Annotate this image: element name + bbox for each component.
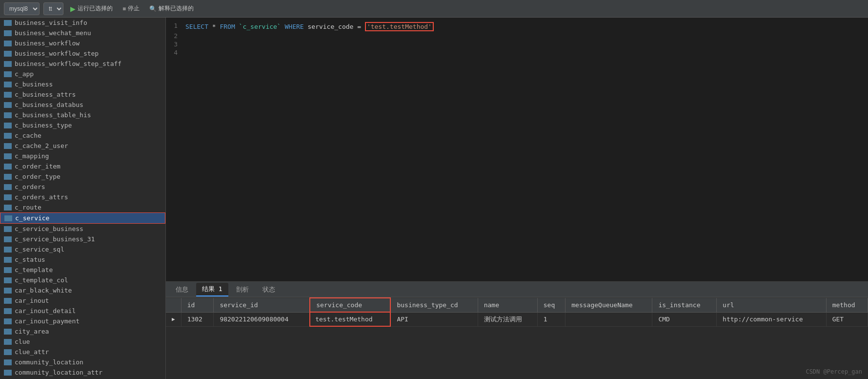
sidebar-item-community_location[interactable]: community_location (0, 357, 165, 367)
table-icon (4, 92, 12, 98)
table-icon (4, 308, 12, 314)
sidebar-item-c_template_col[interactable]: c_template_col (0, 275, 165, 285)
stop-label: 停止 (128, 4, 140, 13)
result-tab-结果-1[interactable]: 结果 1 (196, 283, 228, 296)
sql-line: 1SELECT * FROM `c_service` WHERE service… (166, 21, 868, 32)
sidebar-item-c_order_item[interactable]: c_order_item (0, 161, 165, 171)
sidebar-item-c_orders_attrs[interactable]: c_orders_attrs (0, 192, 165, 202)
col-header-service_id[interactable]: service_id (214, 298, 310, 312)
sidebar-item-c_route[interactable]: c_route (0, 202, 165, 212)
sql-line: 3 (166, 40, 868, 48)
sidebar-item-label: community_location (15, 358, 83, 366)
sidebar-item-label: c_business_attrs (15, 91, 76, 98)
result-tabs: 信息结果 1剖析状态 (166, 282, 868, 297)
sidebar-item-business_visit_info[interactable]: business_visit_info (0, 18, 165, 28)
result-tab-信息[interactable]: 信息 (170, 283, 194, 296)
sidebar-item-car_black_white[interactable]: car_black_white (0, 285, 165, 295)
sidebar-item-c_service_business[interactable]: c_service_business (0, 224, 165, 234)
sidebar-item-c_mapping[interactable]: c_mapping (0, 151, 165, 161)
sidebar-item-c_cache[interactable]: c_cache (0, 130, 165, 141)
toolbar: mysql8 tt ▶ 运行已选择的 ■ 停止 🔍 解释已选择的 (0, 0, 868, 18)
sidebar-item-c_service_sql[interactable]: c_service_sql (0, 244, 165, 254)
backtick-table: `c_service` (239, 23, 281, 30)
sidebar-item-c_business[interactable]: c_business (0, 79, 165, 89)
sidebar-item-c_app[interactable]: c_app (0, 69, 165, 79)
sql-text (235, 23, 239, 30)
table-icon (4, 247, 12, 253)
sidebar-item-c_orders[interactable]: c_orders (0, 182, 165, 192)
row-indicator-header (166, 298, 181, 312)
cell-url: http://common-service (717, 312, 827, 326)
cell-business_type_cd: API (390, 312, 478, 326)
cell-seq: 1 (537, 312, 565, 326)
sql-string-value: 'test.testMethod' (367, 23, 432, 30)
table-icon (4, 236, 12, 242)
result-tab-剖析[interactable]: 剖析 (230, 283, 255, 296)
table-icon (4, 226, 12, 232)
sidebar-item-c_business_attrs[interactable]: c_business_attrs (0, 89, 165, 100)
sidebar-item-c_order_type[interactable]: c_order_type (0, 171, 165, 182)
sidebar-item-label: business_workflow_step (15, 50, 99, 57)
sidebar-item-c_cache_2_user[interactable]: c_cache_2_user (0, 141, 165, 151)
sidebar-item-c_template[interactable]: c_template (0, 265, 165, 275)
result-tab-状态[interactable]: 状态 (257, 283, 281, 296)
sidebar-item-business_wechat_menu[interactable]: business_wechat_menu (0, 28, 165, 38)
col-header-messageQueueName[interactable]: messageQueueName (565, 298, 652, 312)
sql-line: 2 (166, 32, 868, 40)
col-header-name[interactable]: name (478, 298, 537, 312)
sidebar-item-label: c_service_business (15, 225, 83, 232)
col-header-business_type_cd[interactable]: business_type_cd (390, 298, 478, 312)
table-icon (4, 318, 12, 324)
sidebar-item-city_area[interactable]: city_area (0, 326, 165, 337)
col-header-url[interactable]: url (717, 298, 827, 312)
col-header-seq[interactable]: seq (537, 298, 565, 312)
sidebar-item-c_business_databus[interactable]: c_business_databus (0, 100, 165, 110)
cell-id: 1302 (181, 312, 214, 326)
sidebar-item-business_workflow[interactable]: business_workflow (0, 38, 165, 48)
sidebar-item-label: c_orders_attrs (15, 193, 68, 201)
sidebar-item-car_inout[interactable]: car_inout (0, 295, 165, 306)
schema-selector[interactable]: tt (43, 2, 63, 15)
col-header-service_code[interactable]: service_code (310, 298, 390, 312)
cell-is_instance: CMD (652, 312, 717, 326)
sidebar-item-c_business_table_his[interactable]: c_business_table_his (0, 110, 165, 120)
sidebar-item-community_location_attr[interactable]: community_location_attr (0, 367, 165, 378)
sidebar-item-label: c_route (15, 204, 41, 211)
db-selector[interactable]: mysql8 (4, 2, 40, 15)
table-icon (4, 174, 12, 180)
sidebar[interactable]: business_visit_infobusiness_wechat_menub… (0, 18, 166, 379)
sidebar-item-c_service_business_31[interactable]: c_service_business_31 (0, 234, 165, 244)
run-selected-button[interactable]: ▶ 运行已选择的 (67, 3, 116, 14)
keyword-where: WHERE (285, 23, 304, 30)
stop-button[interactable]: ■ 停止 (120, 3, 142, 14)
sql-editor[interactable]: 1SELECT * FROM `c_service` WHERE service… (166, 18, 868, 281)
sidebar-item-clue[interactable]: clue (0, 337, 165, 347)
table-icon (4, 349, 12, 355)
sidebar-item-label: car_black_white (15, 287, 72, 294)
table-icon (4, 51, 12, 57)
sidebar-item-label: car_inout (15, 297, 49, 304)
explain-button[interactable]: 🔍 解释已选择的 (146, 3, 197, 14)
sidebar-item-car_inout_detail[interactable]: car_inout_detail (0, 306, 165, 316)
sidebar-item-business_workflow_step[interactable]: business_workflow_step (0, 48, 165, 59)
col-header-is_instance[interactable]: is_instance (652, 298, 717, 312)
sidebar-item-clue_attr[interactable]: clue_attr (0, 347, 165, 357)
col-header-id[interactable]: id (181, 298, 214, 312)
col-header-method[interactable]: method (826, 298, 868, 312)
sidebar-item-car_inout_payment[interactable]: car_inout_payment (0, 316, 165, 326)
sidebar-item-label: c_order_item (15, 163, 61, 170)
table-icon (4, 123, 12, 128)
sidebar-item-business_workflow_step_staff[interactable]: business_workflow_step_staff (0, 59, 165, 69)
result-table: idservice_idservice_codebusiness_type_cd… (166, 297, 868, 327)
sidebar-item-c_business_type[interactable]: c_business_type (0, 120, 165, 130)
sql-highlight-box: 'test.testMethod' (365, 22, 434, 31)
result-table-container[interactable]: idservice_idservice_codebusiness_type_cd… (166, 297, 868, 379)
result-panel: 信息结果 1剖析状态 idservice_idservice_codebusin… (166, 281, 868, 379)
sql-content[interactable]: SELECT * FROM `c_service` WHERE service_… (185, 22, 868, 31)
sidebar-item-label: c_business (15, 81, 53, 88)
table-icon (4, 133, 12, 139)
line-number: 1 (166, 22, 185, 29)
sidebar-item-c_status[interactable]: c_status (0, 254, 165, 265)
sidebar-item-c_service[interactable]: c_service (0, 212, 165, 224)
sql-text: service_code = (304, 23, 365, 30)
